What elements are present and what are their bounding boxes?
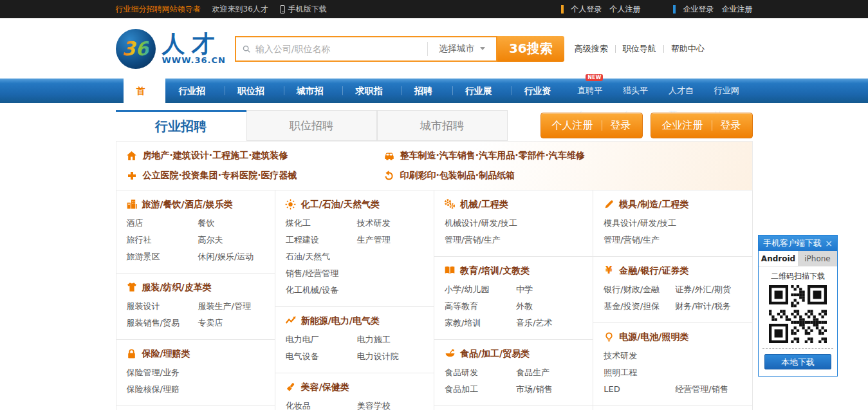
nav-item[interactable]: 城市招聘 [284, 79, 343, 103]
mobile-tab-iphone[interactable]: iPhone [798, 251, 837, 266]
personal-register-link[interactable]: 个人注册 [610, 4, 641, 15]
category-link[interactable]: 基金/投资/担保 [604, 298, 675, 315]
nav-item[interactable]: 职位招聘 [225, 79, 284, 103]
register-label[interactable]: 个人注册 [552, 119, 593, 133]
auth-button[interactable]: 企业注册登录 [651, 113, 753, 138]
register-label[interactable]: 企业注册 [662, 119, 703, 133]
category-link[interactable]: 银行/财政/金融 [604, 281, 675, 298]
category-title[interactable]: 旅游/餐饮/酒店/娱乐类 [123, 198, 270, 210]
featured-text[interactable]: 房地产·建筑设计·工程施工·建筑装修 [143, 150, 288, 162]
category-title[interactable]: 新能源/电力/电气类 [282, 314, 429, 327]
category-link[interactable]: 电力施工 [357, 331, 391, 348]
category-link[interactable]: 家教/培训 [445, 315, 516, 331]
mobile-download-link[interactable]: 手机版下载 [280, 4, 327, 15]
nav-item[interactable]: 行业资讯 [512, 79, 571, 103]
category-title[interactable]: ¥金融/银行/证券类 [600, 264, 746, 277]
category-link[interactable]: 照明工程 [604, 364, 637, 381]
category-title[interactable]: 模具/制造/工程类 [600, 198, 746, 210]
category-link[interactable]: 美容学校 [357, 398, 391, 410]
category-link[interactable]: 食品研发 [445, 364, 516, 381]
category-link[interactable]: 技术研发 [604, 348, 637, 364]
nav-item-active[interactable]: 首页 [124, 79, 166, 103]
personal-login-link[interactable]: 个人登录 [571, 4, 602, 15]
category-link[interactable]: 旅游景区 [127, 248, 198, 265]
featured-item[interactable]: 公立医院·投资集团·专科医院·医疗器械 [116, 170, 374, 182]
category-link[interactable]: 销售/经营管理 [286, 265, 338, 282]
category-link[interactable]: 电气设备 [286, 348, 357, 365]
category-link[interactable]: 模具设计/研发/技工 [604, 215, 676, 232]
category-title[interactable]: 电源/电池/照明类 [600, 330, 746, 343]
category-link[interactable]: 管理/营销/生产 [445, 232, 501, 248]
nav-right-item[interactable]: 直聘平台NEW [570, 79, 616, 103]
company-register-link[interactable]: 企业注册 [722, 4, 753, 15]
header-link[interactable]: 帮助中心 [671, 43, 705, 55]
category-link[interactable]: 旅行社 [127, 232, 198, 248]
featured-item[interactable]: 整车制造·汽车销售·汽车用品·零部件·汽车维修 [374, 150, 752, 162]
category-title[interactable]: 化工/石油/天然气类 [282, 198, 429, 210]
category-link[interactable]: 食品生产 [516, 364, 549, 381]
header-link[interactable]: 职位导航 [623, 43, 656, 55]
category-link[interactable]: 保险核保/理赔 [127, 381, 180, 398]
category-link[interactable]: 煤化工 [286, 215, 357, 232]
search-button[interactable]: 36搜索 [497, 36, 564, 62]
category-link[interactable]: 小学/幼儿园 [445, 281, 516, 298]
category-link[interactable]: 技术研发 [357, 215, 391, 232]
category-link[interactable]: 化工机械/设备 [286, 282, 338, 299]
nav-right-item[interactable]: 人才自荐 [661, 79, 707, 103]
mobile-tab-android[interactable]: Android [759, 251, 798, 266]
category-link[interactable]: 服装销售/贸易 [127, 315, 198, 331]
category-link[interactable]: 工程建设 [286, 232, 357, 248]
category-link[interactable]: 高等教育 [445, 298, 516, 315]
login-label[interactable]: 登录 [611, 119, 631, 133]
category-link[interactable]: 经营管理/销售 [675, 381, 728, 398]
category-link[interactable]: 证券/外汇/期货 [675, 281, 731, 298]
category-link[interactable]: 音乐/艺术 [516, 315, 552, 331]
nav-right-item[interactable]: 猎头平台 [616, 79, 661, 103]
category-link[interactable]: 高尔夫 [198, 232, 223, 248]
featured-item[interactable]: 印刷彩印·包装制品·制品纸箱 [374, 170, 752, 182]
auth-button[interactable]: 个人注册登录 [540, 113, 643, 138]
category-link[interactable]: 服装生产/管理 [198, 298, 251, 315]
category-link[interactable]: 化妆品 [286, 398, 357, 410]
category-title[interactable]: 食品/加工/贸易类 [441, 347, 587, 360]
category-link[interactable]: 外教 [516, 298, 533, 315]
category-link[interactable]: 机械设计/研发/技工 [445, 215, 517, 232]
header-link[interactable]: 高级搜索 [575, 43, 608, 55]
nav-item[interactable]: 行业展会 [452, 79, 512, 103]
category-link[interactable]: 服装设计 [127, 298, 198, 315]
category-link[interactable]: 中学 [516, 281, 533, 298]
local-download-button[interactable]: 本地下载 [764, 354, 831, 369]
category-link[interactable]: 电力电厂 [286, 331, 357, 348]
category-link[interactable]: 管理/营销/生产 [604, 232, 660, 248]
category-link[interactable]: 餐饮 [198, 215, 215, 232]
city-select[interactable]: 选择城市 [428, 43, 496, 55]
content-tab[interactable]: 职位招聘 [246, 110, 377, 141]
category-title[interactable]: 教育/培训/文教类 [441, 264, 587, 277]
category-link[interactable]: LED [604, 381, 675, 398]
category-link[interactable]: 保险管理/业务 [127, 364, 180, 381]
nav-item[interactable]: 行业招聘 [165, 79, 225, 103]
nav-item[interactable]: 求职指导 [342, 79, 402, 103]
category-link[interactable]: 生产管理 [357, 232, 391, 248]
company-login-link[interactable]: 企业登录 [683, 4, 714, 15]
featured-text[interactable]: 公立医院·投资集团·专科医院·医疗器械 [143, 170, 297, 182]
nav-right-item[interactable]: 行业网址 [707, 79, 753, 103]
content-tab-active[interactable]: 行业招聘 [116, 110, 246, 141]
category-link[interactable]: 电力设计院 [357, 348, 399, 365]
content-tab[interactable]: 城市招聘 [377, 110, 508, 141]
category-title[interactable]: 服装/纺织/皮革类 [123, 281, 270, 294]
close-icon[interactable]: × [825, 239, 833, 248]
site-slogan[interactable]: 行业细分招聘网站领导者 [116, 4, 201, 15]
category-title[interactable]: 机械/工程类 [441, 198, 587, 210]
site-logo[interactable]: 36 人才 WWW.36.CN [116, 29, 226, 69]
search-input[interactable] [236, 44, 427, 54]
category-link[interactable]: 石油/天然气 [286, 248, 330, 265]
category-title[interactable]: 保险/理赔类 [123, 347, 270, 360]
category-link[interactable]: 食品加工 [445, 381, 516, 398]
featured-text[interactable]: 整车制造·汽车销售·汽车用品·零部件·汽车维修 [400, 150, 585, 162]
category-link[interactable]: 酒店 [127, 215, 198, 232]
category-link[interactable]: 财务/审计/税务 [675, 298, 731, 315]
category-link[interactable]: 休闲/娱乐/运动 [198, 248, 254, 265]
category-title[interactable]: 美容/保健类 [282, 380, 429, 393]
nav-item[interactable]: 招聘会 [402, 79, 452, 103]
